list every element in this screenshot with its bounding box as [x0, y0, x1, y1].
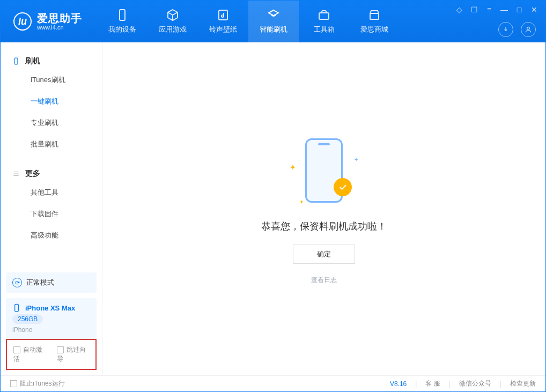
sidebar-item-oneclick[interactable]: 一键刷机 — [1, 91, 102, 112]
sidebar-item-itunes[interactable]: iTunes刷机 — [1, 69, 102, 91]
sidebar-item-pro[interactable]: 专业刷机 — [1, 112, 102, 134]
tab-label: 爱思商城 — [360, 25, 388, 34]
sidebar-head-more: 更多 — [1, 166, 102, 182]
tab-ringtones[interactable]: 铃声壁纸 — [198, 1, 248, 42]
tab-smart-flash[interactable]: 智能刷机 — [248, 1, 299, 42]
svg-rect-3 — [370, 13, 379, 19]
tab-label: 智能刷机 — [260, 25, 287, 34]
logo-icon: iu — [13, 12, 32, 31]
close-icon[interactable]: ✕ — [530, 6, 538, 13]
device-type: iPhone — [12, 326, 32, 334]
svg-point-4 — [527, 27, 530, 29]
check-circle-icon — [334, 178, 352, 196]
device-storage-badge: 256GB — [12, 314, 43, 324]
mode-label: 正常模式 — [26, 278, 54, 287]
maximize-icon[interactable]: □ — [515, 6, 523, 13]
wechat-link[interactable]: 微信公众号 — [459, 379, 491, 388]
view-log-link[interactable]: 查看日志 — [311, 276, 337, 285]
store-icon — [368, 9, 381, 21]
device-icon — [116, 9, 129, 21]
sidebar-head-label: 刷机 — [25, 56, 40, 66]
user-icon — [525, 26, 532, 33]
header-right — [498, 22, 536, 37]
sidebar-item-firmware[interactable]: 下载固件 — [1, 203, 102, 225]
list-icon — [12, 170, 20, 177]
main-content: ✦ ✦ ✦ 恭喜您，保资料刷机成功啦！ 确定 查看日志 — [102, 42, 545, 375]
menu-icon[interactable]: ≡ — [485, 6, 493, 13]
tab-toolbox[interactable]: 工具箱 — [299, 1, 349, 42]
skip-wizard-checkbox[interactable]: 跳过向导 — [57, 345, 90, 364]
user-button[interactable] — [521, 22, 536, 37]
sidebar-head-label: 更多 — [25, 169, 40, 179]
check-update-link[interactable]: 检查更新 — [510, 379, 536, 388]
phone-icon — [12, 57, 20, 65]
minimize-icon[interactable]: — — [500, 6, 508, 13]
tab-label: 工具箱 — [314, 25, 335, 34]
mode-icon: ⟳ — [12, 278, 22, 287]
sidebar-item-other-tools[interactable]: 其他工具 — [1, 182, 102, 203]
sidebar-item-advanced[interactable]: 高级功能 — [1, 225, 102, 246]
app-url: www.i4.cn — [37, 25, 82, 31]
download-icon — [502, 26, 510, 33]
footer: 阻止iTunes运行 V8.16 | 客 服 | 微信公众号 | 检查更新 — [1, 375, 545, 391]
sidebar: 刷机 iTunes刷机 一键刷机 专业刷机 批量刷机 更多 其他工具 下载固件 … — [1, 42, 102, 375]
device-name: iPhone XS Max — [25, 304, 75, 312]
phone-icon — [12, 304, 21, 312]
tab-my-device[interactable]: 我的设备 — [97, 1, 147, 42]
logo[interactable]: iu 爱思助手 www.i4.cn — [1, 12, 92, 31]
customer-service-link[interactable]: 客 服 — [425, 379, 440, 388]
tab-label: 应用游戏 — [159, 25, 187, 34]
mode-card[interactable]: ⟳ 正常模式 — [6, 272, 97, 293]
sidebar-item-batch[interactable]: 批量刷机 — [1, 134, 102, 155]
spark-icon: ✦ — [299, 199, 304, 205]
success-message: 恭喜您，保资料刷机成功啦！ — [261, 220, 387, 233]
success-illustration: ✦ ✦ ✦ — [286, 133, 361, 208]
feedback-icon[interactable]: ☐ — [470, 6, 478, 13]
version-label: V8.16 — [390, 380, 407, 388]
app-name: 爱思助手 — [37, 13, 82, 24]
sidebar-head-flash: 刷机 — [1, 53, 102, 69]
svg-rect-2 — [319, 13, 329, 19]
confirm-button[interactable]: 确定 — [293, 245, 355, 264]
cube-icon — [166, 9, 179, 21]
tab-label: 我的设备 — [108, 25, 136, 34]
svg-rect-0 — [120, 10, 125, 20]
device-card[interactable]: iPhone XS Max 256GB iPhone — [6, 298, 97, 339]
spark-icon: ✦ — [354, 157, 358, 162]
music-icon — [217, 9, 230, 21]
download-button[interactable] — [498, 22, 513, 37]
spark-icon: ✦ — [290, 163, 296, 172]
checkbox-label: 阻止iTunes运行 — [20, 380, 65, 387]
auto-activate-checkbox[interactable]: 自动激活 — [13, 345, 46, 364]
nav-tabs: 我的设备 应用游戏 铃声壁纸 智能刷机 工具箱 爱思商城 — [97, 1, 400, 42]
block-itunes-checkbox[interactable]: 阻止iTunes运行 — [10, 379, 65, 388]
toolbox-icon — [318, 9, 330, 21]
svg-rect-5 — [14, 58, 18, 64]
svg-rect-6 — [15, 304, 19, 311]
tab-store[interactable]: 爱思商城 — [349, 1, 400, 42]
refresh-icon — [267, 9, 280, 21]
body: 刷机 iTunes刷机 一键刷机 专业刷机 批量刷机 更多 其他工具 下载固件 … — [1, 42, 545, 375]
tab-label: 铃声壁纸 — [209, 25, 237, 34]
window-controls: ◇ ☐ ≡ — □ ✕ — [455, 6, 538, 13]
app-header: iu 爱思助手 www.i4.cn 我的设备 应用游戏 铃声壁纸 智能刷机 工具… — [1, 1, 545, 42]
skin-icon[interactable]: ◇ — [455, 6, 463, 13]
tab-apps[interactable]: 应用游戏 — [147, 1, 198, 42]
activation-options: 自动激活 跳过向导 — [6, 339, 97, 370]
